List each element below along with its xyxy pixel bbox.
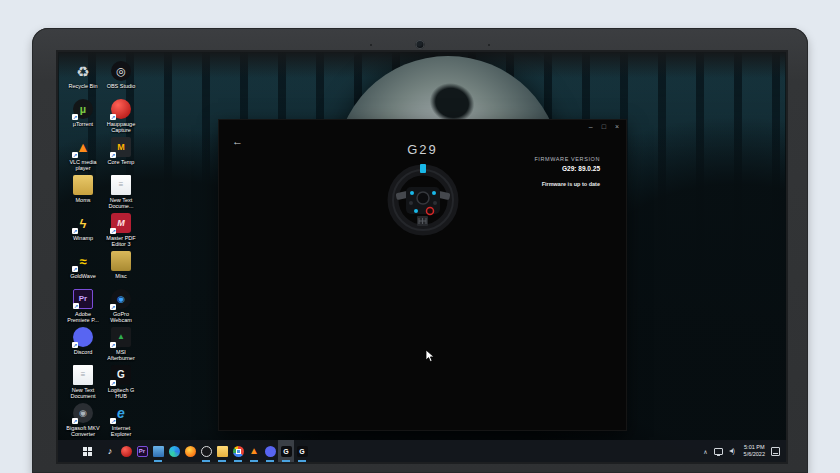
text-document-icon: ≡ xyxy=(73,365,93,385)
volume-tray-icon[interactable] xyxy=(729,447,738,455)
desktop-icon-adobe-premiere[interactable]: Pr↗ Adobe Premiere P... xyxy=(64,288,102,326)
shortcut-arrow-icon: ↗ xyxy=(110,152,116,158)
desktop-icon-label: New Text Docume... xyxy=(102,197,140,210)
taskbar-clock[interactable]: 5:01 PM 5/6/2022 xyxy=(744,444,765,458)
shortcut-arrow-icon: ↗ xyxy=(73,303,79,309)
taskbar-file-explorer[interactable] xyxy=(214,440,230,462)
logitech-g-icon: G xyxy=(281,446,292,457)
obs-studio-icon: ◎ xyxy=(111,61,131,81)
hauppauge-icon xyxy=(121,446,132,457)
goldwave-icon: ≈↗ xyxy=(73,251,93,271)
taskbar-tiktok[interactable]: ♪ xyxy=(102,440,118,462)
vlc-icon: ▲↗ xyxy=(73,137,93,157)
hauppauge-capture-icon: ↗ xyxy=(111,99,131,119)
close-button[interactable]: × xyxy=(615,123,619,130)
taskbar-apps: ♪ Pr ▲ G G xyxy=(102,440,310,462)
maximize-button[interactable]: □ xyxy=(602,123,606,130)
taskbar-vlc[interactable]: ▲ xyxy=(246,440,262,462)
desktop-icon-label: Discord xyxy=(64,349,102,355)
folder-icon xyxy=(111,251,131,271)
desktop-icon-moms-folder[interactable]: Moms xyxy=(64,174,102,212)
shortcut-arrow-icon: ↗ xyxy=(72,114,78,120)
discord-icon: ↗ xyxy=(73,327,93,347)
desktop-icon-new-text-docume[interactable]: ≡ New Text Docume... xyxy=(102,174,140,212)
taskbar-this-pc[interactable] xyxy=(150,440,166,462)
core-temp-icon: M↗ xyxy=(111,137,131,157)
shortcut-arrow-icon: ↗ xyxy=(72,228,78,234)
desktop-icon-recycle-bin[interactable]: ♻ Recycle Bin xyxy=(64,60,102,98)
desktop-icon-hauppauge-capture[interactable]: ↗ Hauppauge Capture xyxy=(102,98,140,136)
start-button[interactable] xyxy=(78,440,96,462)
chrome-icon xyxy=(233,446,244,457)
desktop-icon-goldwave[interactable]: ≈↗ GoldWave xyxy=(64,250,102,288)
shortcut-arrow-icon: ↗ xyxy=(72,266,78,272)
desktop-icon-label: MSI Afterburner xyxy=(102,349,140,362)
desktop-icon-logitech-g-hub[interactable]: G↗ Logitech G HUB xyxy=(102,364,140,402)
taskbar: ♪ Pr ▲ G G ∧ 5:01 PM 5/6/20 xyxy=(58,440,786,462)
desktop-icon-label: Master PDF Editor 3 xyxy=(102,235,140,248)
desktop-icon-discord[interactable]: ↗ Discord xyxy=(64,326,102,364)
device-title: G29 xyxy=(219,142,626,157)
gopro-webcam-icon: ◉↗ xyxy=(111,289,131,309)
file-explorer-icon xyxy=(217,446,228,457)
firmware-version-value: G29: 89.0.25 xyxy=(534,165,600,172)
desktop-icon-label: Core Temp xyxy=(102,159,140,165)
desktop-icon-label: GoldWave xyxy=(64,273,102,279)
shortcut-arrow-icon: ↗ xyxy=(110,114,116,120)
desktop-icon-internet-explorer[interactable]: e↗ Internet Explorer xyxy=(102,402,140,440)
taskbar-ghub-2[interactable]: G xyxy=(294,440,310,462)
taskbar-obs[interactable] xyxy=(198,440,214,462)
edge-icon xyxy=(169,446,180,457)
desktop-icon-gopro-webcam[interactable]: ◉↗ GoPro Webcam xyxy=(102,288,140,326)
shortcut-arrow-icon: ↗ xyxy=(110,304,116,310)
laptop-chassis: ♻ Recycle Bin ◎ OBS Studio µ↗ µTorrent ↗… xyxy=(32,28,808,473)
hidden-icons-chevron[interactable]: ∧ xyxy=(703,448,707,455)
utorrent-icon: µ↗ xyxy=(73,99,93,119)
desktop-icon-bigasoft-mkv[interactable]: ◉↗ Bigasoft MKV Converter xyxy=(64,402,102,440)
firmware-version-label: FIRMWARE VERSION xyxy=(534,156,600,162)
taskbar-chrome[interactable] xyxy=(230,440,246,462)
firmware-panel: FIRMWARE VERSION G29: 89.0.25 Firmware i… xyxy=(534,156,600,187)
shortcut-arrow-icon: ↗ xyxy=(72,342,78,348)
desktop-icon-grid: ♻ Recycle Bin ◎ OBS Studio µ↗ µTorrent ↗… xyxy=(64,60,140,440)
master-pdf-editor-icon: M↗ xyxy=(111,213,131,233)
desktop-icon-label: Recycle Bin xyxy=(64,83,102,89)
desktop-icon-new-text-document[interactable]: ≡ New Text Document xyxy=(64,364,102,402)
desktop-icon-winamp[interactable]: ϟ↗ Winamp xyxy=(64,212,102,250)
desktop-icon-utorrent[interactable]: µ↗ µTorrent xyxy=(64,98,102,136)
taskbar-ghub-active[interactable]: G xyxy=(278,440,294,462)
taskbar-discord[interactable] xyxy=(262,440,278,462)
recycle-bin-icon: ♻ xyxy=(73,61,93,81)
desktop-icon-obs-studio[interactable]: ◎ OBS Studio xyxy=(102,60,140,98)
desktop-icon-label: Bigasoft MKV Converter xyxy=(64,425,102,438)
taskbar-hauppauge[interactable] xyxy=(118,440,134,462)
desktop-icon-label: Winamp xyxy=(64,235,102,241)
desktop-icon-label: Hauppauge Capture xyxy=(102,121,140,134)
internet-explorer-icon: e↗ xyxy=(111,403,131,423)
taskbar-premiere[interactable]: Pr xyxy=(134,440,150,462)
desktop-icon-label: Internet Explorer xyxy=(102,425,140,438)
desktop-icon-label: Moms xyxy=(64,197,102,203)
microphone-dot xyxy=(488,44,490,46)
desktop-icon-master-pdf-editor[interactable]: M↗ Master PDF Editor 3 xyxy=(102,212,140,250)
clock-date: 5/6/2022 xyxy=(744,451,765,457)
desktop-icon-label: VLC media player xyxy=(64,159,102,172)
taskbar-edge[interactable] xyxy=(166,440,182,462)
desktop-icon-core-temp[interactable]: M↗ Core Temp xyxy=(102,136,140,174)
minimize-button[interactable]: – xyxy=(589,123,593,130)
display-tray-icon[interactable] xyxy=(714,448,723,455)
discord-icon xyxy=(265,446,276,457)
desktop-icon-msi-afterburner[interactable]: ▲↗ MSI Afterburner xyxy=(102,326,140,364)
desktop-icon-misc-folder[interactable]: Misc xyxy=(102,250,140,288)
desktop-icon-label: New Text Document xyxy=(64,387,102,400)
shortcut-arrow-icon: ↗ xyxy=(110,342,116,348)
desktop-icon-vlc[interactable]: ▲↗ VLC media player xyxy=(64,136,102,174)
this-pc-icon xyxy=(153,446,164,457)
mouse-cursor xyxy=(425,349,435,363)
clock-time: 5:01 PM xyxy=(744,444,764,450)
taskbar-firefox[interactable] xyxy=(182,440,198,462)
microphone-dot xyxy=(370,44,372,46)
webcam-icon xyxy=(416,40,425,49)
desktop-icon-label: GoPro Webcam xyxy=(102,311,140,324)
action-center-icon[interactable] xyxy=(771,447,780,456)
